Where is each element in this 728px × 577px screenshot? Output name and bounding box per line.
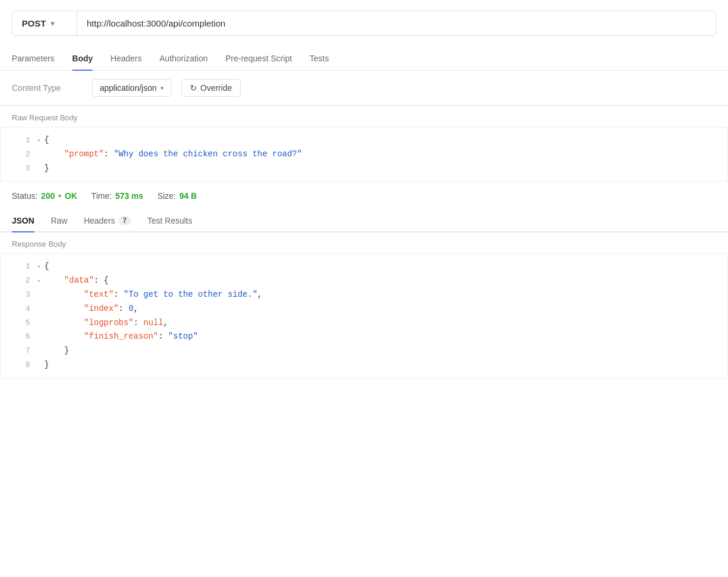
raw-request-body-label: Raw Request Body	[0, 106, 728, 127]
resp-code-line-3: 3 ▾ "text": "To get to the other side.",	[1, 288, 727, 302]
override-button[interactable]: ↻ Override	[181, 79, 241, 97]
tab-prerequest[interactable]: Pre-request Script	[225, 47, 292, 70]
resp-line-num-5: 5	[12, 316, 30, 330]
url-input[interactable]	[77, 11, 716, 35]
headers-badge: 7	[119, 216, 131, 225]
status-dot: •	[58, 191, 61, 201]
resp-code-line-5: 5 ▾ "logprobs": null,	[1, 316, 727, 330]
resp-code-line-1: 1 ▾ {	[1, 260, 727, 274]
code-content-1: {	[44, 133, 716, 147]
resp-code-line-4: 4 ▾ "index": 0,	[1, 302, 727, 316]
resp-code-content-5: "logprobs": null,	[44, 316, 716, 330]
content-type-chevron-icon: ▾	[160, 84, 164, 92]
refresh-icon: ↻	[190, 83, 197, 93]
resp-line-num-3: 3	[12, 288, 30, 301]
tab-headers[interactable]: Headers	[110, 47, 142, 70]
status-group: Status: 200 • OK	[12, 191, 77, 201]
code-content-3: }	[44, 162, 716, 176]
tab-tests[interactable]: Tests	[310, 47, 329, 70]
time-label: Time:	[91, 191, 112, 201]
time-value: 573 ms	[115, 191, 143, 201]
code-content-2: "prompt": "Why does the chicken cross th…	[44, 147, 716, 162]
resp-code-content-7: }	[44, 344, 716, 358]
resp-line-num-1: 1	[12, 260, 30, 273]
resp-line-num-2: 2	[12, 274, 30, 287]
resp-code-line-7: 7 ▾ }	[1, 344, 727, 358]
line-num-2: 2	[12, 147, 30, 161]
resp-line-num-7: 7	[12, 344, 30, 358]
resp-code-content-2: "data": {	[44, 274, 716, 288]
content-type-row: Content Type application/json ▾ ↻ Overri…	[0, 71, 728, 106]
content-type-value: application/json	[100, 83, 157, 93]
method-chevron-icon: ▾	[51, 19, 54, 28]
collapse-triangle-1[interactable]: ▾	[37, 133, 41, 146]
status-ok: OK	[65, 191, 77, 201]
resp-code-content-4: "index": 0,	[44, 302, 716, 316]
resp-tab-headers-label: Headers	[84, 216, 115, 225]
method-selector[interactable]: POST ▾	[12, 11, 77, 35]
resp-tab-test-results[interactable]: Test Results	[147, 210, 192, 231]
line-num-3: 3	[12, 162, 30, 175]
resp-tab-raw[interactable]: Raw	[51, 210, 67, 231]
resp-tab-headers[interactable]: Headers 7	[84, 210, 131, 231]
content-type-select[interactable]: application/json ▾	[92, 79, 172, 97]
content-type-label: Content Type	[12, 83, 83, 93]
resp-line-num-6: 6	[12, 330, 30, 343]
tab-body[interactable]: Body	[72, 47, 93, 70]
response-body-code[interactable]: 1 ▾ { 2 ▾ "data": { 3 ▾ "text": "To get …	[0, 253, 728, 378]
resp-collapse-1[interactable]: ▾	[37, 260, 41, 272]
response-tabs: JSON Raw Headers 7 Test Results	[0, 210, 728, 232]
size-value: 94 B	[179, 191, 197, 201]
resp-code-line-2: 2 ▾ "data": {	[1, 274, 727, 288]
time-group: Time: 573 ms	[91, 191, 143, 201]
code-line-3: 3 ▾ }	[1, 162, 727, 176]
resp-tab-json[interactable]: JSON	[12, 210, 34, 231]
resp-code-content-3: "text": "To get to the other side.",	[44, 288, 716, 302]
code-line-1: 1 ▾ {	[1, 133, 727, 147]
resp-code-content-8: }	[44, 358, 716, 372]
line-num-1: 1	[12, 133, 30, 147]
resp-code-content-6: "finish_reason": "stop"	[44, 330, 716, 344]
request-body-code[interactable]: 1 ▾ { 2 ▾ "prompt": "Why does the chicke…	[0, 127, 728, 182]
resp-code-line-8: 8 ▾ }	[1, 358, 727, 372]
method-label: POST	[22, 18, 46, 28]
status-bar: Status: 200 • OK Time: 573 ms Size: 94 B	[0, 182, 728, 210]
resp-line-num-4: 4	[12, 302, 30, 316]
size-group: Size: 94 B	[158, 191, 197, 201]
tab-authorization[interactable]: Authorization	[159, 47, 208, 70]
size-label: Size:	[158, 191, 176, 201]
resp-code-line-6: 6 ▾ "finish_reason": "stop"	[1, 330, 727, 344]
status-code: 200	[41, 191, 55, 201]
override-label: Override	[201, 83, 232, 93]
request-tabs: Parameters Body Headers Authorization Pr…	[0, 47, 728, 71]
resp-collapse-2[interactable]: ▾	[37, 274, 41, 286]
resp-line-num-8: 8	[12, 358, 30, 372]
url-bar: POST ▾	[12, 11, 716, 36]
code-line-2: 2 ▾ "prompt": "Why does the chicken cros…	[1, 147, 727, 162]
response-body-label: Response Body	[0, 232, 728, 253]
status-label: Status:	[12, 191, 38, 201]
tab-parameters[interactable]: Parameters	[12, 47, 54, 70]
resp-code-content-1: {	[44, 260, 716, 274]
